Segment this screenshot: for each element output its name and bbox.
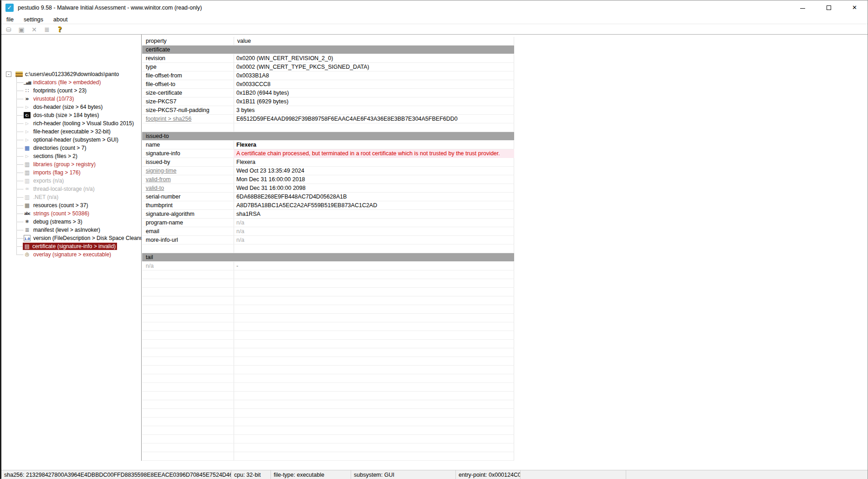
value-cell: Flexera — [234, 158, 514, 167]
tree-item-overlay[interactable]: overlay (signature > executable) — [1, 250, 142, 259]
tree-item-manifest[interactable]: manifest (level > asInvoker) — [1, 226, 142, 234]
property-cell: size-PKCS7 — [142, 97, 234, 106]
collapse-toggle-icon[interactable]: - — [6, 71, 11, 77]
tree-item-dos-stub[interactable]: dos-stub (size > 184 bytes) — [1, 111, 142, 119]
table-row-more-info-url[interactable]: more-info-urln/a — [142, 236, 514, 245]
tree-item-file-header[interactable]: file-header (executable > 32-bit) — [1, 127, 142, 136]
empty-grid-row — [142, 314, 514, 322]
table-row-thumbprint[interactable]: thumbprintA8D7B5A18BC1A5EC2A2AF559B519EB… — [142, 201, 514, 210]
tree-item-footprints[interactable]: footprints (count > 23) — [1, 87, 142, 95]
property-cell: size-PKCS7-null-padding — [142, 106, 234, 115]
tree-connector-stub — [16, 82, 23, 83]
tree-item-label: certificate (signature-info > invalid) — [32, 243, 116, 250]
table-row-valid-from[interactable]: valid-fromMon Dec 31 16:00:00 2018 — [142, 175, 514, 184]
report-icon[interactable]: ≣ — [41, 25, 52, 34]
footprints-icon — [24, 87, 31, 94]
tree-item-thread-local-storage[interactable]: thread-local-storage (n/a) — [1, 185, 142, 193]
value-cell: Flexera — [234, 141, 514, 149]
column-header-property[interactable]: property — [142, 37, 234, 46]
tree-item-version[interactable]: version (FileDescription > Disk Space Cl… — [1, 234, 142, 242]
close-file-icon[interactable]: ✕ — [29, 25, 40, 34]
minimize-button[interactable] — [790, 0, 816, 15]
tree-item-virustotal[interactable]: virustotal (10/73) — [1, 95, 142, 103]
save-icon[interactable]: ▣ — [16, 25, 27, 34]
property-cell: valid-from — [142, 175, 234, 184]
help-icon[interactable]: ? — [54, 25, 65, 34]
tree-item-debug[interactable]: debug (streams > 3) — [1, 218, 142, 226]
property-cell: revision — [142, 54, 234, 63]
tree-item-label: thread-local-storage (n/a) — [32, 185, 96, 193]
import-icon — [24, 169, 31, 176]
value-cell: n/a — [234, 227, 514, 236]
import-icon — [24, 161, 31, 168]
tree-item-dos-header[interactable]: dos-header (size > 64 bytes) — [1, 103, 142, 111]
table-row-file-offset-from[interactable]: file-offset-from0x0033B1A8 — [142, 71, 514, 80]
tree-item-rich-header[interactable]: rich-header (tooling > Visual Studio 201… — [1, 119, 142, 127]
tree-item-label: directories (count > 7) — [32, 144, 87, 152]
table-row-footprint-sha256[interactable]: footprint > sha256E6512D59FE4AAD9982F39B… — [142, 115, 514, 123]
table-row-n-a[interactable]: n/a- — [142, 262, 514, 270]
menu-bar: filesettingsabout — [1, 15, 868, 24]
table-row-serial-number[interactable]: serial-number6DA68B8E268E9FB448AC7D4D056… — [142, 193, 514, 201]
value-cell: Wed Dec 31 16:00:00 2098 — [234, 184, 514, 193]
table-row-size-pkcs7-null-padding[interactable]: size-PKCS7-null-padding3 bytes — [142, 106, 514, 115]
app-window: ✓ pestudio 9.58 - Malware Initial Assess… — [0, 0, 868, 479]
resources-icon — [24, 202, 31, 209]
empty-grid-row — [142, 305, 514, 314]
tree-item-label: imports (flag > 176) — [32, 169, 82, 176]
tree-item-label: strings (count > 50386) — [32, 210, 90, 217]
property-cell: n/a — [142, 262, 234, 270]
tree-item-optional-header[interactable]: optional-header (subsystem > GUI) — [1, 136, 142, 144]
property-table: property value certificaterevision0x0200… — [142, 35, 868, 461]
table-row-name[interactable]: nameFlexera — [142, 141, 514, 149]
menu-item-about[interactable]: about — [48, 15, 72, 24]
tree-item-directories[interactable]: directories (count > 7) — [1, 144, 142, 152]
tree-connector-stub — [16, 230, 23, 230]
menu-item-file[interactable]: file — [1, 15, 19, 24]
table-row-type[interactable]: type0x0002 (WIN_CERT_TYPE_PKCS_SIGNED_DA… — [142, 63, 514, 71]
property-cell: serial-number — [142, 193, 234, 201]
tree-item-certificate[interactable]: certificate (signature-info > invalid) — [1, 242, 142, 250]
open-file-icon[interactable]: ⛁ — [3, 25, 14, 34]
tree-item-exports[interactable]: exports (n/a) — [1, 177, 142, 185]
close-button[interactable]: ✕ — [842, 0, 868, 15]
tree-connector-stub — [16, 246, 23, 247]
status-filler — [626, 470, 868, 479]
tree-item-indicators[interactable]: indicators (file > embedded) — [1, 78, 142, 87]
empty-grid-row — [142, 366, 514, 374]
value-cell: 6DA68B8E268E9FB448AC7D4D05628A1B — [234, 193, 514, 201]
table-row-email[interactable]: emailn/a — [142, 227, 514, 236]
table-row-issued-by[interactable]: issued-byFlexera — [142, 158, 514, 167]
overlay-icon — [24, 251, 31, 258]
arrow-icon — [24, 137, 31, 143]
table-row-signature-algorithm[interactable]: signature-algorithmsha1RSA — [142, 210, 514, 219]
table-row-program-name[interactable]: program-namen/a — [142, 219, 514, 227]
value-cell: 0x1B20 (6944 bytes) — [234, 89, 514, 97]
column-header-value[interactable]: value — [234, 37, 514, 46]
tree-root-item[interactable]: - c:\users\eu01233629\downloads\panto — [1, 70, 142, 78]
table-row-signing-time[interactable]: signing-timeWed Oct 23 13:35:49 2024 — [142, 167, 514, 175]
table-row-size-pkcs7[interactable]: size-PKCS70x1B11 (6929 bytes) — [142, 97, 514, 106]
tree-item-net[interactable]: .NET (n/a) — [1, 193, 142, 201]
table-row-file-offset-to[interactable]: file-offset-to0x0033CCC8 — [142, 80, 514, 89]
tree-item-sections[interactable]: sections (files > 2) — [1, 152, 142, 160]
tree-connector-stub — [16, 148, 23, 148]
tree-item-imports[interactable]: imports (flag > 176) — [1, 168, 142, 177]
property-cell: certificate — [142, 46, 234, 54]
tree-item-resources[interactable]: resources (count > 37) — [1, 201, 142, 209]
tree-connector-stub — [16, 238, 23, 239]
tree-connector-stub — [16, 140, 23, 140]
table-row-signature-info[interactable]: signature-infoA certificate chain proces… — [142, 149, 514, 158]
tree-connector-stub — [16, 181, 23, 181]
table-row-revision[interactable]: revision0x0200 (WIN_CERT_REVISION_2_0) — [142, 54, 514, 63]
tree-item-strings[interactable]: strings (count > 50386) — [1, 209, 142, 218]
maximize-button[interactable] — [816, 0, 842, 15]
menu-item-settings[interactable]: settings — [19, 15, 48, 24]
empty-grid-row — [142, 409, 514, 418]
table-row-valid-to[interactable]: valid-toWed Dec 31 16:00:00 2098 — [142, 184, 514, 193]
tree-item-label: file-header (executable > 32-bit) — [32, 128, 112, 135]
tree-connector-stub — [16, 156, 23, 157]
spacer-row — [142, 245, 514, 253]
tree-item-libraries[interactable]: libraries (group > registry) — [1, 160, 142, 168]
table-row-size-certificate[interactable]: size-certificate0x1B20 (6944 bytes) — [142, 89, 514, 97]
